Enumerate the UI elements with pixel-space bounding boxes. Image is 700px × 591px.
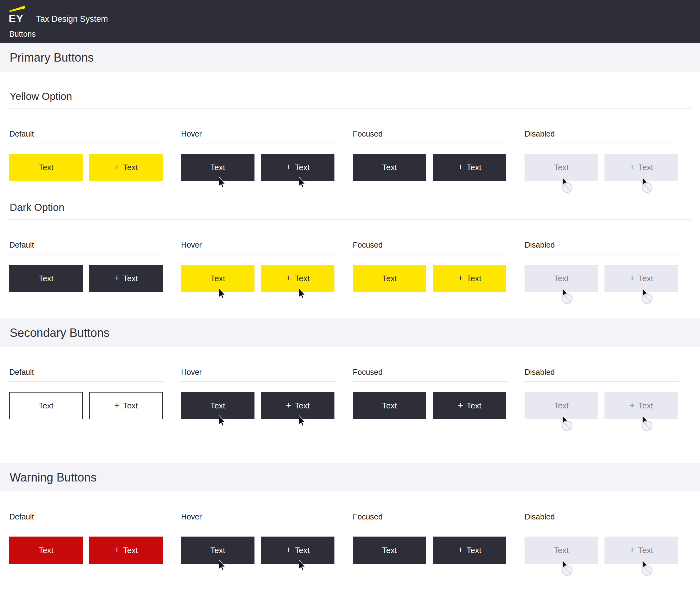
demo-button-text: Text: [524, 392, 598, 419]
state-column-focused: FocusedText+Text: [353, 513, 508, 564]
demo-button-text[interactable]: Text: [181, 537, 254, 564]
demo-button-text[interactable]: Text: [181, 392, 254, 419]
demo-button-text[interactable]: Text: [181, 154, 254, 181]
cursor-icon: [219, 560, 227, 573]
demo-button-plus-text[interactable]: +Text: [433, 392, 506, 419]
demo-button-text[interactable]: Text: [9, 265, 83, 292]
button-label: Text: [466, 545, 481, 555]
button-label: Text: [382, 274, 397, 283]
plus-icon: +: [458, 273, 463, 283]
button-label: Text: [210, 545, 225, 555]
content: Primary ButtonsYellow OptionDefaultText+…: [0, 43, 700, 564]
blocked-icon: [562, 293, 573, 306]
state-label: Hover: [181, 241, 336, 249]
demo-button-plus-text[interactable]: +Text: [433, 154, 506, 181]
blocked-icon: [562, 182, 573, 195]
demo-button-text[interactable]: Text: [353, 265, 426, 292]
state-underline: [9, 143, 164, 143]
button-label: Text: [638, 545, 653, 555]
section-heading: Primary Buttons: [10, 52, 93, 63]
cursor-icon: [299, 177, 307, 190]
button-row: Text+Text: [524, 265, 680, 292]
state-column-default: DefaultText+Text: [9, 368, 164, 419]
state-label: Default: [9, 368, 164, 376]
demo-button-text[interactable]: Text: [353, 392, 426, 419]
app-title: Tax Design System: [36, 15, 108, 23]
state-label: Default: [9, 130, 164, 138]
states-row: DefaultText+TextHoverText+TextFocusedTex…: [0, 130, 700, 181]
plus-icon: +: [458, 401, 463, 410]
cursor-icon: [219, 415, 227, 429]
button-row: Text+Text: [181, 265, 336, 292]
button-row: Text+Text: [9, 392, 164, 419]
button-row: Text+Text: [181, 537, 336, 564]
button-label: Text: [466, 274, 481, 283]
button-label: Text: [295, 401, 310, 411]
state-column-focused: FocusedText+Text: [353, 130, 508, 181]
state-label: Hover: [181, 368, 336, 376]
demo-button-plus-text[interactable]: +Text: [261, 265, 334, 292]
blocked-icon: [562, 565, 573, 578]
blocked-icon: [641, 420, 653, 434]
demo-button-plus-text[interactable]: +Text: [89, 537, 163, 564]
demo-button-plus-text[interactable]: +Text: [433, 537, 506, 564]
demo-button-plus-text[interactable]: +Text: [89, 154, 163, 181]
button-row: Text+Text: [353, 537, 508, 564]
plus-icon: +: [286, 545, 292, 554]
option-heading: Dark Option: [10, 202, 700, 212]
button-label: Text: [39, 401, 54, 411]
state-label: Focused: [353, 241, 508, 249]
blocked-icon: [641, 565, 653, 578]
demo-button-plus-text[interactable]: +Text: [89, 265, 163, 292]
demo-button-plus-text[interactable]: +Text: [261, 392, 334, 419]
button-label: Text: [638, 163, 653, 172]
state-column-disabled: DisabledText+Text: [524, 130, 680, 181]
button-label: Text: [210, 274, 225, 283]
state-underline: [353, 381, 508, 382]
button-row: Text+Text: [353, 154, 508, 181]
state-label: Disabled: [524, 368, 680, 376]
ey-beam-icon: [9, 6, 25, 12]
state-underline: [181, 381, 336, 382]
state-column-disabled: DisabledText+Text: [524, 241, 680, 292]
demo-button-plus-text[interactable]: +Text: [433, 265, 506, 292]
button-row: Text+Text: [9, 154, 164, 181]
state-underline: [524, 143, 680, 143]
button-label: Text: [638, 401, 653, 411]
plus-icon: +: [629, 273, 635, 283]
demo-button-text[interactable]: Text: [9, 154, 83, 181]
demo-button-plus-text[interactable]: +Text: [89, 392, 163, 419]
demo-button-text[interactable]: Text: [353, 154, 426, 181]
ey-logo[interactable]: EY: [9, 6, 25, 24]
state-label: Focused: [353, 513, 508, 521]
blocked-icon: [641, 293, 653, 306]
section-heading: Secondary Buttons: [10, 327, 110, 339]
state-column-disabled: DisabledText+Text: [524, 368, 680, 419]
state-label: Default: [9, 513, 164, 521]
states-row: DefaultText+TextHoverText+TextFocusedTex…: [0, 513, 700, 564]
button-label: Text: [295, 163, 310, 172]
demo-button-text[interactable]: Text: [9, 537, 83, 564]
button-row: Text+Text: [181, 392, 336, 419]
states-row: DefaultText+TextHoverText+TextFocusedTex…: [0, 368, 700, 419]
demo-button-text[interactable]: Text: [9, 392, 83, 419]
cursor-icon: [642, 415, 650, 429]
button-label: Text: [295, 545, 310, 555]
button-row: Text+Text: [353, 265, 508, 292]
button-row: Text+Text: [524, 392, 680, 419]
state-column-hover: HoverText+Text: [181, 368, 336, 419]
state-column-disabled: DisabledText+Text: [524, 513, 680, 564]
cursor-icon: [642, 177, 650, 190]
demo-button-plus-text[interactable]: +Text: [261, 154, 334, 181]
button-row: Text+Text: [524, 154, 680, 181]
button-row: Text+Text: [9, 537, 164, 564]
plus-icon: +: [458, 545, 463, 554]
button-label: Text: [123, 274, 138, 283]
button-label: Text: [39, 545, 54, 555]
cursor-icon: [642, 560, 650, 573]
demo-button-text[interactable]: Text: [353, 537, 426, 564]
cursor-icon: [562, 288, 570, 302]
demo-button-plus-text[interactable]: +Text: [261, 537, 334, 564]
demo-button-text[interactable]: Text: [181, 265, 254, 292]
demo-button-plus-text: +Text: [604, 154, 678, 181]
